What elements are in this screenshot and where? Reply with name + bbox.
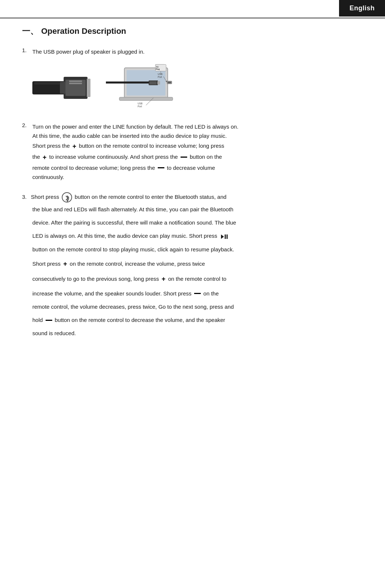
bluetooth-icon: [62, 192, 72, 202]
svg-rect-22: [149, 81, 157, 84]
main-content: 一、 Operation Description 1. The USB powe…: [0, 0, 385, 371]
item-2-line4: the: [32, 154, 42, 160]
svg-text:USB: USB: [138, 102, 142, 105]
section-prefix: 一、: [22, 26, 38, 37]
item-3-p10: sound is reduced.: [32, 329, 363, 338]
svg-rect-4: [69, 80, 82, 82]
svg-text:Port: Port: [138, 105, 142, 107]
item-3-p1: the blue and red LEDs will flash alterna…: [32, 205, 363, 214]
item-2-line5b: to decrease volume: [167, 165, 215, 171]
plus-icon-2: +: [43, 152, 47, 163]
play-pause-icon: [220, 232, 228, 241]
item-1-number: 1.: [22, 47, 29, 53]
svg-text:Plug: Plug: [156, 68, 160, 70]
item-2-line1: Turn on the power and enter the LINE fun…: [32, 123, 238, 130]
plus-icon-3: +: [63, 258, 67, 270]
svg-rect-7: [34, 82, 60, 85]
item-2-line3: Short press the: [32, 143, 71, 149]
svg-rect-3: [65, 80, 86, 96]
top-divider: [0, 18, 385, 18]
svg-rect-34: [227, 234, 228, 239]
item-3-p2: device. After the pairing is successful,…: [32, 218, 363, 227]
item-1-text: The USB power plug of speaker is plugged…: [32, 47, 145, 57]
item-3: 3. Short press button on the remote cont…: [22, 192, 363, 338]
svg-text:USB: USB: [158, 73, 163, 75]
minus-icon-3: [194, 293, 201, 294]
item-3-p5: Short press + on the remote control, inc…: [32, 258, 363, 270]
svg-rect-10: [119, 97, 172, 100]
item-3-block: the blue and red LEDs will flash alterna…: [32, 205, 363, 338]
section-title: 一、 Operation Description: [22, 26, 363, 37]
svg-rect-12: [168, 82, 171, 83]
item-2-text: Turn on the power and enter the LINE fun…: [32, 122, 238, 182]
item-3-number: 3.: [22, 192, 29, 202]
minus-icon-1: [181, 157, 187, 158]
svg-rect-33: [225, 234, 226, 239]
item-3-p4: button on the remote control to stop pla…: [32, 245, 363, 254]
item-3-p6: consecutively to go to the previous song…: [32, 273, 363, 285]
item-3-p9: hold button on the remote control to dec…: [32, 315, 363, 325]
svg-rect-21: [157, 81, 160, 84]
item-2-line6: continuously.: [32, 174, 64, 180]
item-3-p8: remote control, the volume decreases, pr…: [32, 302, 363, 312]
language-badge: English: [339, 0, 385, 17]
svg-text:AC: AC: [156, 65, 159, 68]
svg-rect-6: [60, 82, 65, 94]
item-1: 1. The USB power plug of speaker is plug…: [22, 47, 363, 112]
svg-rect-5: [69, 83, 82, 84]
svg-rect-2: [87, 79, 90, 97]
item-2-line2: At this time, the audio cable can be ins…: [32, 133, 227, 139]
minus-icon-2: [158, 167, 164, 168]
item-2-line4c: button on the: [190, 154, 222, 160]
item-3-first-line: Short press button on the remote control…: [31, 192, 227, 202]
usb-images: USB Port USB Port USB Port: [32, 64, 363, 112]
minus-icon-4: [46, 320, 52, 321]
svg-marker-32: [221, 234, 224, 239]
plus-icon-4: +: [162, 273, 166, 285]
item-2-line4b: to increase volume continuously. And sho…: [49, 154, 179, 160]
item-2-line5: remote control to decrease volume; long …: [32, 165, 157, 171]
item-2: 2. Turn on the power and enter the LINE …: [22, 122, 363, 182]
section-title-text: Operation Description: [41, 26, 126, 36]
item-2-number: 2.: [22, 122, 29, 128]
item-3-p7: increase the volume, and the speaker sou…: [32, 289, 363, 298]
svg-text:Port: Port: [158, 75, 162, 78]
plus-icon-1: +: [72, 141, 76, 152]
laptop-usb-drawing: USB Port USB Port USB Port: [106, 64, 179, 112]
usb-plug-drawing: [32, 66, 95, 110]
item-3-p3: LED is always on. At this time, the audi…: [32, 231, 363, 241]
item-2-line3b: button on the remote control to increase…: [79, 143, 224, 149]
